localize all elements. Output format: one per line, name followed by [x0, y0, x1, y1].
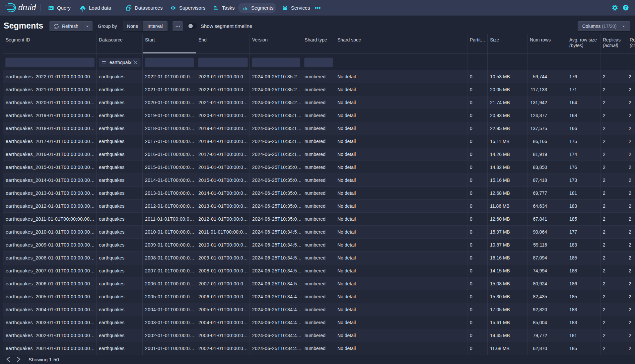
svg-text:?: ? — [624, 5, 627, 10]
